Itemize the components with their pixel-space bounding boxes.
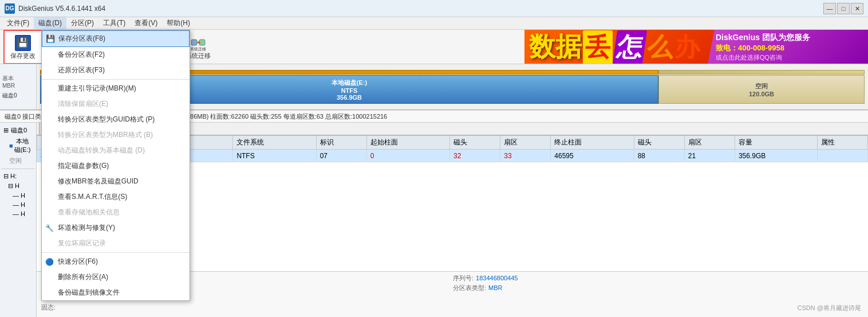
repair-icon: 🔧: [45, 224, 54, 232]
menu-help[interactable]: 帮助(H): [162, 17, 195, 29]
menu-convert-guid[interactable]: 转换分区表类型为GUID格式 (P): [42, 112, 190, 127]
menu-smart-info[interactable]: 查看S.M.A.R.T.信息(S): [42, 189, 190, 205]
row-attr: [817, 150, 867, 162]
menu-clear-reserved: 清除保留扇区(E): [42, 96, 190, 112]
info-partition-type: 分区表类型: MBR: [453, 284, 863, 292]
banner-action-text: 办: [674, 30, 700, 64]
menu-dynamic-to-basic: 动态磁盘转换为基本磁盘 (D): [42, 143, 190, 158]
free-space-bar[interactable]: 空闲 120.0GB: [658, 75, 865, 104]
col-header-id: 标识: [316, 136, 366, 150]
col-header-start-head: 磁头: [450, 136, 500, 150]
tree-disk0[interactable]: ⊞磁盘0: [1, 125, 35, 136]
col-header-attr: 属性: [817, 136, 867, 150]
row-start-sec: 33: [500, 150, 551, 162]
row-end-head: 88: [634, 150, 684, 162]
col-header-end-cyl: 终止柱面: [551, 136, 634, 150]
app-title: DiskGenius V5.4.6.1441 x64: [18, 5, 863, 13]
info-serial: 序列号: 183446800445: [453, 274, 863, 283]
col-header-fs: 文件系统: [233, 136, 316, 150]
menu-set-disk-params[interactable]: 指定磁盘参数(G): [42, 158, 190, 174]
menu-storage-pool: 查看存储池相关信息: [42, 205, 190, 220]
quick-partition-icon: 🔵: [45, 258, 54, 266]
banner-lost-text: 丢: [583, 30, 613, 64]
menu-convert-mbr: 转换分区表类型为MBR格式 (B): [42, 127, 190, 143]
migrate-icon: 系统迁移: [189, 35, 207, 51]
toolbar-save-label: 保存更改: [10, 52, 35, 60]
close-button[interactable]: ✕: [851, 3, 863, 14]
toolbar-save-btn[interactable]: 💾 保存更改: [6, 32, 40, 62]
col-header-start-cyl: 起始柱面: [366, 136, 449, 150]
tree-h-item1[interactable]: ⊟ H:: [1, 171, 35, 181]
disk-dropdown-menu: 💾 保存分区表(F8) 备份分区表(F2) 还原分区表(F3) 重建主引导记录(…: [41, 30, 190, 301]
row-end-sec: 21: [684, 150, 735, 162]
banner-data-text: 数据: [529, 30, 582, 64]
row-id: 07: [316, 150, 366, 162]
disk-number: 磁盘0: [2, 92, 34, 100]
banner-phone: 致电：400-008-9958: [716, 43, 860, 53]
menu-restore-partition-table[interactable]: 还原分区表(F3): [42, 62, 190, 78]
tree-h-item2[interactable]: ⊟ H: [1, 181, 35, 191]
col-header-start-sec: 扇区: [500, 136, 551, 150]
menu-view[interactable]: 查看(V): [130, 17, 162, 29]
tree-panel: ⊞磁盘0 ■ 本地磁(E:) 空闲 ⊟ H: ⊟ H — H — H — H: [0, 123, 37, 317]
row-start-cyl: 0: [366, 150, 449, 162]
banner-how-text: 怎: [613, 30, 647, 64]
tree-h-item5[interactable]: — H: [1, 209, 35, 218]
save-partition-icon: 💾: [46, 34, 55, 43]
title-bar: DG DiskGenius V5.4.6.1441 x64 — □ ✕: [0, 0, 868, 17]
col-header-size: 容量: [735, 136, 817, 150]
menu-file[interactable]: 文件(F): [2, 17, 34, 29]
window-controls: — □ ✕: [823, 3, 863, 14]
menu-backup-disk-image[interactable]: 备份磁盘到镜像文件: [42, 285, 190, 300]
menu-tools[interactable]: 工具(T): [98, 17, 130, 29]
banner-me-text: 么: [647, 30, 672, 64]
col-header-end-head: 磁头: [634, 136, 684, 150]
watermark: CSDN @将月藏进诗尾: [798, 304, 861, 312]
menu-save-partition-table[interactable]: 💾 保存分区表(F8): [42, 30, 190, 47]
minimize-button[interactable]: —: [823, 3, 836, 14]
banner-qq[interactable]: 或点击此处选择QQ咨询: [716, 53, 860, 62]
save-disk-icon: 💾: [14, 35, 32, 51]
menu-bar: 文件(F) 磁盘(D) 分区(P) 工具(T) 查看(V) 帮助(H): [0, 17, 868, 30]
disk-basic-label: 基本MBR: [2, 75, 34, 89]
banner: 数据 丢 怎 么 办 DiskGenius 团队为您服务 致电：400-008-…: [524, 30, 868, 64]
menu-restore-bad: 复位坏扇区记录: [42, 236, 190, 251]
separator-1: [42, 79, 190, 80]
menu-rebuild-mbr[interactable]: 重建主引导记录(MBR)(M): [42, 81, 190, 96]
tree-h-item3[interactable]: — H: [1, 191, 35, 200]
tree-h-item4[interactable]: — H: [1, 200, 35, 209]
menu-modify-mbr-guid[interactable]: 修改MBR签名及磁盘GUID: [42, 174, 190, 189]
menu-delete-all[interactable]: 删除所有分区(A): [42, 269, 190, 285]
tree-free[interactable]: 空闲: [1, 155, 35, 166]
menu-disk[interactable]: 磁盘(D): [34, 17, 66, 29]
svg-rect-11: [191, 40, 197, 45]
disk-label-area: 基本MBR 磁盘0: [0, 64, 37, 109]
menu-bad-sector[interactable]: 🔧 坏道检测与修复(Y): [42, 220, 190, 236]
menu-quick-partition[interactable]: 🔵 快速分区(F6): [42, 254, 190, 269]
svg-text:系统迁移: 系统迁移: [190, 47, 206, 51]
menu-backup-partition-table[interactable]: 备份分区表(F2): [42, 47, 190, 62]
row-fs: NTFS: [233, 150, 316, 162]
tree-partition-e[interactable]: ■ 本地磁(E:): [1, 136, 35, 155]
menu-partition[interactable]: 分区(P): [66, 17, 98, 29]
app-icon: DG: [5, 3, 15, 14]
info-ssd: 固态:: [41, 303, 452, 312]
row-start-head: 32: [450, 150, 500, 162]
banner-brand: DiskGenius 团队为您服务: [716, 33, 860, 43]
separator-2: [42, 252, 190, 253]
maximize-button[interactable]: □: [837, 3, 850, 14]
row-size: 356.9GB: [735, 150, 817, 162]
col-header-end-sec: 扇区: [684, 136, 735, 150]
row-end-cyl: 46595: [551, 150, 634, 162]
